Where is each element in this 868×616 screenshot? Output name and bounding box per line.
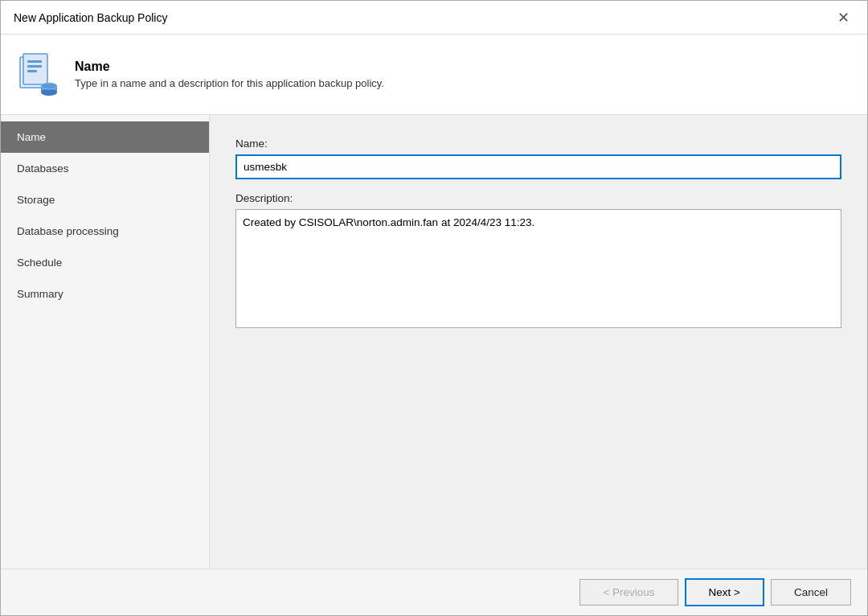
header-title: Name: [75, 60, 384, 74]
footer: < Previous Next > Cancel: [1, 569, 867, 615]
sidebar-item-database-processing[interactable]: Database processing: [1, 216, 209, 247]
svg-rect-2: [27, 60, 42, 63]
header-description: Type in a name and a description for thi…: [75, 77, 384, 89]
svg-rect-4: [27, 70, 37, 72]
svg-rect-3: [27, 65, 42, 68]
svg-rect-1: [23, 54, 47, 84]
dialog-title: New Application Backup Policy: [14, 11, 167, 24]
name-field-group: Name:: [235, 138, 841, 179]
header-area: Name Type in a name and a description fo…: [1, 35, 867, 115]
description-input[interactable]: [235, 209, 841, 328]
body: Name Databases Storage Database processi…: [1, 115, 867, 569]
previous-button[interactable]: < Previous: [579, 579, 678, 606]
header-text: Name Type in a name and a description fo…: [75, 60, 384, 89]
content-area: Name: Description:: [210, 115, 867, 569]
cancel-button[interactable]: Cancel: [771, 579, 851, 606]
next-button[interactable]: Next >: [685, 578, 764, 606]
title-bar: New Application Backup Policy ✕: [1, 1, 867, 35]
description-label: Description:: [235, 192, 841, 204]
sidebar-item-name[interactable]: Name: [1, 121, 209, 153]
header-icon: [17, 52, 62, 97]
dialog: New Application Backup Policy ✕: [0, 0, 868, 616]
sidebar-item-databases[interactable]: Databases: [1, 153, 209, 184]
sidebar-item-schedule[interactable]: Schedule: [1, 247, 209, 278]
sidebar-item-summary[interactable]: Summary: [1, 278, 209, 310]
description-field-group: Description:: [235, 192, 841, 328]
svg-point-7: [41, 89, 57, 96]
name-input[interactable]: [235, 154, 841, 179]
name-label: Name:: [235, 138, 841, 150]
sidebar: Name Databases Storage Database processi…: [1, 115, 210, 569]
sidebar-item-storage[interactable]: Storage: [1, 184, 209, 216]
close-button[interactable]: ✕: [833, 9, 854, 27]
